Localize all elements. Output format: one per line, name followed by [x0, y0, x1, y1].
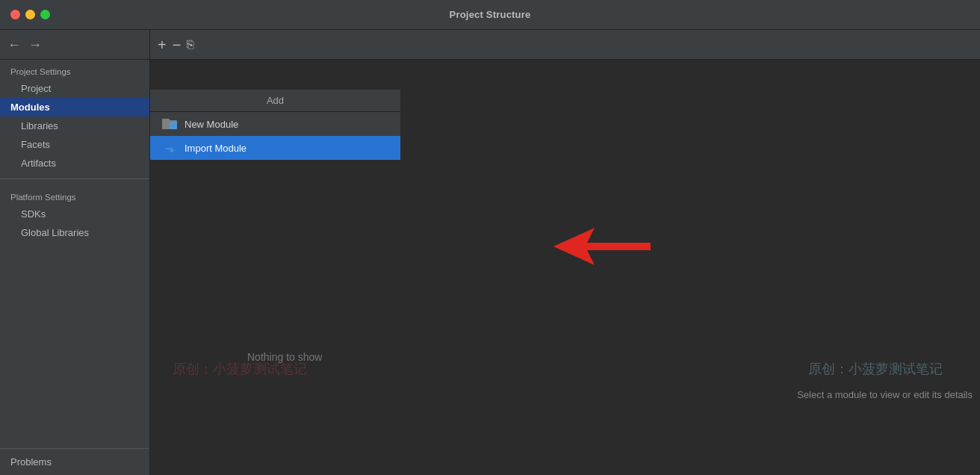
dropdown-menu: Add New Module ⬎ Import Module: [150, 90, 400, 160]
import-icon: ⬎: [162, 142, 177, 154]
new-module-item[interactable]: New Module: [150, 112, 400, 136]
content-area: + − ⎘ Add New Module ⬎: [150, 30, 980, 475]
title-bar: Project Structure: [0, 0, 980, 30]
sidebar-item-sdks[interactable]: SDKs: [0, 205, 149, 223]
sidebar-item-artifacts[interactable]: Artifacts: [0, 154, 149, 173]
import-module-item[interactable]: ⬎ Import Module: [150, 136, 400, 160]
sidebar-item-problems[interactable]: Problems: [0, 448, 149, 475]
dropdown-header: Add: [150, 90, 400, 112]
minimize-button[interactable]: [25, 10, 35, 19]
sidebar-item-project[interactable]: Project: [0, 79, 149, 98]
add-button[interactable]: +: [158, 37, 167, 52]
content-inner: Add New Module ⬎ Import Module: [150, 60, 980, 475]
sidebar-divider: [0, 178, 149, 179]
sidebar-item-global-libraries[interactable]: Global Libraries: [0, 223, 149, 242]
forward-button[interactable]: →: [28, 38, 42, 52]
folder-icon: [162, 118, 177, 130]
copy-button[interactable]: ⎘: [187, 39, 194, 51]
svg-marker-0: [553, 228, 651, 265]
sidebar-item-libraries[interactable]: Libraries: [0, 117, 149, 135]
sidebar-toolbar: ← →: [0, 30, 149, 60]
remove-button[interactable]: −: [173, 37, 182, 52]
close-button[interactable]: [10, 10, 20, 19]
maximize-button[interactable]: [40, 10, 50, 19]
select-module-hint: Select a module to view or edit its deta…: [797, 389, 973, 400]
watermark-bottom-right: 原创：小菠萝测试笔记: [808, 360, 943, 378]
main-layout: ← → Project Settings Project Modules Lib…: [0, 30, 980, 475]
traffic-lights: [10, 10, 50, 19]
platform-settings-label: Platform Settings: [0, 185, 149, 205]
nothing-to-show-text: Nothing to show: [247, 351, 322, 363]
red-arrow-indicator: [553, 224, 651, 272]
window-title: Project Structure: [450, 9, 531, 20]
import-module-label: Import Module: [184, 143, 246, 154]
sidebar: ← → Project Settings Project Modules Lib…: [0, 30, 150, 475]
project-settings-label: Project Settings: [0, 60, 149, 79]
sidebar-item-modules[interactable]: Modules: [0, 98, 149, 117]
back-button[interactable]: ←: [7, 38, 21, 52]
content-toolbar: + − ⎘: [150, 30, 980, 60]
sidebar-item-facets[interactable]: Facets: [0, 135, 149, 154]
new-module-label: New Module: [184, 119, 238, 130]
